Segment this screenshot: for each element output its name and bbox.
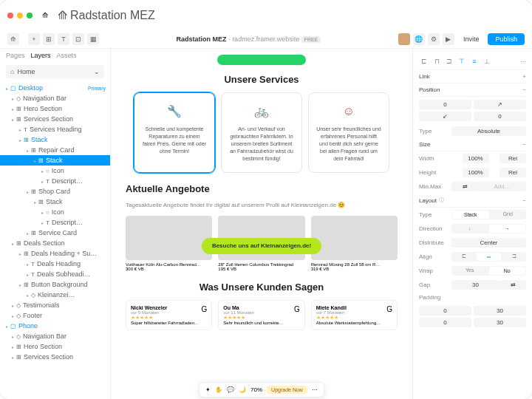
upgrade-button[interactable]: Upgrade Now bbox=[267, 386, 307, 394]
tree-item[interactable]: ▸⊞Services Section bbox=[0, 114, 110, 124]
pos-bl-input[interactable]: ↙ bbox=[419, 112, 471, 121]
tree-item[interactable]: ▸TDescript… bbox=[0, 217, 110, 228]
browser-tab[interactable]: ⟰ Radstation MEZ bbox=[52, 6, 161, 24]
insert-icon[interactable]: + bbox=[28, 33, 40, 45]
tree-item[interactable]: ▸◇Navigation Bar bbox=[0, 331, 110, 341]
cta-pill[interactable]: Besuche uns auf Kleinanzeigen.de! bbox=[202, 238, 321, 254]
more-icon[interactable]: ⋯ bbox=[312, 386, 318, 393]
tree-item[interactable]: ▸○Icon bbox=[0, 207, 110, 217]
minmax-input[interactable]: Add… bbox=[478, 182, 526, 191]
pad-l-input[interactable]: 30 bbox=[474, 318, 526, 327]
service-card[interactable]: ☺Unser sehr freundliches und erfahrenes … bbox=[308, 92, 389, 173]
play-icon[interactable]: ▶ bbox=[443, 33, 454, 45]
align-bottom-icon[interactable]: ⊥ bbox=[482, 56, 492, 66]
wrap-seg[interactable]: YesNo bbox=[451, 266, 526, 276]
tree-item[interactable]: ▸TDeals Heading bbox=[0, 259, 110, 269]
tree-item[interactable]: ▸⊞Hero Section bbox=[0, 341, 110, 352]
tab-assets[interactable]: Assets bbox=[57, 52, 77, 59]
height-input[interactable]: 100% bbox=[463, 168, 489, 177]
home-selector[interactable]: ⌂ Home⌄ bbox=[6, 65, 104, 78]
gear-icon[interactable]: ⚙ bbox=[428, 33, 440, 45]
minmax-toggle[interactable]: ⇄ bbox=[451, 182, 478, 191]
pos-tr-input[interactable]: ↗ bbox=[474, 100, 526, 109]
layout-icon[interactable]: ⊞ bbox=[43, 33, 55, 45]
tree-item[interactable]: ▸⊞Repair Card bbox=[0, 145, 110, 155]
tree-item[interactable]: ▸TDescript… bbox=[0, 176, 110, 186]
tree-item[interactable]: ▸TServices Heading bbox=[0, 124, 110, 134]
gap-link-icon[interactable]: ⇄ bbox=[499, 280, 526, 290]
tab-layers[interactable]: Layers bbox=[31, 52, 51, 59]
moon-icon[interactable]: 🌙 bbox=[239, 386, 246, 393]
tree-item[interactable]: ▸TDeals Subheadi… bbox=[0, 269, 110, 279]
shop-card[interactable]: 🚲An- und Verkauf von gebrauchten Fahrräd… bbox=[221, 92, 302, 173]
align-vcenter-icon[interactable]: ≡ bbox=[469, 56, 480, 66]
wrench-icon: 🔧 bbox=[142, 103, 207, 120]
invite-button[interactable]: Invite bbox=[457, 33, 485, 45]
tree-item[interactable]: ▸⊞Shop Card bbox=[0, 186, 110, 197]
grid-icon[interactable]: ▦ bbox=[87, 33, 99, 45]
tree-item[interactable]: ▸○Icon bbox=[0, 166, 110, 176]
gap-input[interactable]: 30 bbox=[451, 280, 499, 290]
layer-tree: ▸▢DesktopPrimary▸◇Navigation Bar▸⊞Hero S… bbox=[0, 81, 110, 364]
tree-item[interactable]: ▸⊞Button Background bbox=[0, 279, 110, 290]
width-unit[interactable]: Rel bbox=[499, 154, 526, 163]
pad-b-input[interactable]: 0 bbox=[419, 318, 471, 327]
pos-x-input[interactable]: 0 bbox=[419, 100, 471, 109]
tree-item[interactable]: ▸⊞Hero Section bbox=[0, 103, 110, 114]
bike-icon: 🚲 bbox=[229, 103, 294, 120]
cursor-icon[interactable]: ✦ bbox=[205, 386, 211, 393]
text-icon[interactable]: T bbox=[58, 33, 69, 45]
inspector: ⊏ ⊓ ⊐ ⊤ ≡ ⊥ ⋯ Link+ Position− 0 ↗ ↙ 0 Ty… bbox=[412, 49, 532, 399]
distribute-select[interactable]: Center bbox=[451, 238, 526, 248]
tree-item[interactable]: ▸⊞Stack bbox=[0, 197, 110, 207]
pad-t-input[interactable]: 0 bbox=[419, 306, 471, 316]
align-right-icon[interactable]: ⊐ bbox=[444, 56, 454, 66]
menu-icon[interactable]: ⟰ bbox=[7, 33, 19, 45]
offer-item[interactable]: Rennrad Müsing 28 Zoll 58 cm R…319 € VB bbox=[311, 216, 398, 271]
min-dot[interactable] bbox=[17, 13, 23, 18]
max-dot[interactable] bbox=[27, 13, 33, 18]
avatar[interactable] bbox=[398, 33, 410, 45]
width-input[interactable]: 100% bbox=[463, 154, 489, 163]
pos-type-select[interactable]: Absolute bbox=[451, 126, 526, 136]
tree-item[interactable]: ▸▢Phone bbox=[0, 321, 110, 331]
tree-item[interactable]: ▸◇Kleinanzei… bbox=[0, 290, 110, 300]
tree-item[interactable]: ▸⊞Services Section bbox=[0, 352, 110, 362]
globe-icon[interactable]: 🌐 bbox=[413, 33, 425, 45]
more-icon[interactable]: ⋯ bbox=[520, 58, 526, 65]
breadcrumb: Radstation MEZ · radmez.framer.website F… bbox=[177, 35, 321, 43]
tree-item[interactable]: ▸▢DesktopPrimary bbox=[0, 83, 110, 93]
align-seg[interactable]: ⊏═⊐ bbox=[451, 252, 526, 262]
tab-pages[interactable]: Pages bbox=[6, 52, 25, 59]
align-hcenter-icon[interactable]: ⊓ bbox=[432, 56, 442, 66]
canvas[interactable]: Unsere Services 🔧Schnelle und kompetente… bbox=[111, 49, 412, 399]
direction-seg[interactable]: ↓→ bbox=[451, 224, 526, 233]
height-unit[interactable]: Rel bbox=[499, 168, 526, 177]
repair-card[interactable]: 🔧Schnelle und kompetente Reparaturen zu … bbox=[134, 92, 215, 173]
offer-item[interactable]: Votthauer Köln Alu-Carbon Rennrad…300 € … bbox=[126, 216, 212, 271]
layout-type-seg[interactable]: StackGrid bbox=[451, 210, 526, 219]
tree-item[interactable]: ▸⊞Deals Section bbox=[0, 238, 110, 248]
tree-item[interactable]: ▸⊞Service Card bbox=[0, 228, 110, 238]
pos-y-input[interactable]: 0 bbox=[474, 112, 526, 121]
link-section[interactable]: Link+ bbox=[419, 70, 526, 83]
size-section: Size− bbox=[419, 138, 526, 151]
tree-item[interactable]: ▸⊞Stack bbox=[0, 134, 110, 145]
toolbar: ⟰ + ⊞ T ⊡ ▦ Radstation MEZ · radmez.fram… bbox=[0, 30, 532, 49]
tree-item[interactable]: ▸⊞Deals Heading + Su… bbox=[0, 248, 110, 259]
cms-icon[interactable]: ⊡ bbox=[72, 33, 84, 45]
zoom-level[interactable]: 70% bbox=[250, 386, 262, 393]
align-left-icon[interactable]: ⊏ bbox=[419, 56, 429, 66]
tree-item[interactable]: ▸⊞Stack bbox=[0, 155, 110, 166]
pad-r-input[interactable]: 30 bbox=[474, 306, 526, 316]
canvas-toolbar: ✦ ✋ 💬 🌙 70% Upgrade Now ⋯ bbox=[199, 382, 324, 398]
hand-icon[interactable]: ✋ bbox=[215, 386, 222, 393]
tree-item[interactable]: ▸◇Testimonials bbox=[0, 300, 110, 310]
close-dot[interactable] bbox=[7, 13, 13, 18]
review-card: GNicki Wenzelervor 5 Monaten★★★★★Super h… bbox=[126, 300, 212, 330]
align-top-icon[interactable]: ⊤ bbox=[457, 56, 467, 66]
comment-icon[interactable]: 💬 bbox=[227, 386, 234, 393]
publish-button[interactable]: Publish bbox=[488, 33, 525, 45]
tree-item[interactable]: ▸◇Navigation Bar bbox=[0, 93, 110, 103]
tree-item[interactable]: ▸◇Footer bbox=[0, 310, 110, 321]
